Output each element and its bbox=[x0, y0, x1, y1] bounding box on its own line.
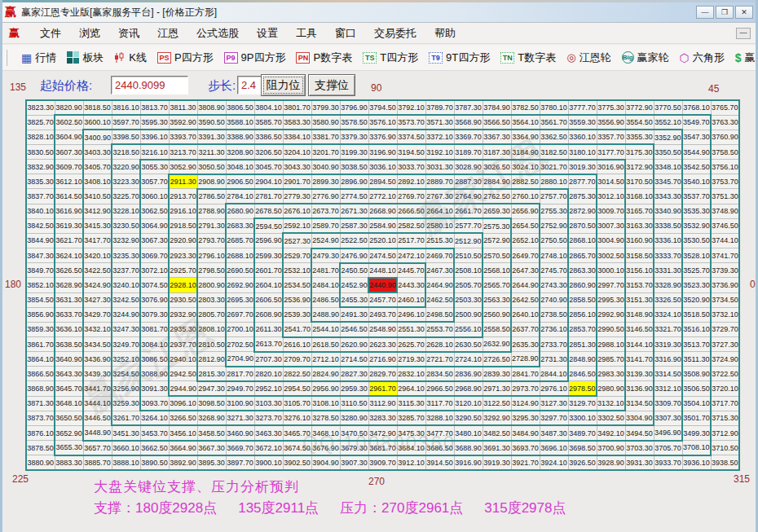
gann-cell[interactable]: 2690.50 bbox=[226, 263, 254, 278]
gann-cell[interactable]: 2851.30 bbox=[568, 337, 597, 352]
gann-cell[interactable]: 3024.10 bbox=[511, 160, 540, 174]
gann-cell[interactable]: 3038.50 bbox=[340, 160, 368, 174]
gann-cell[interactable]: 3016.90 bbox=[597, 160, 625, 174]
menu-gann[interactable]: 江恩 bbox=[148, 24, 187, 43]
gann-cell[interactable]: 3482.50 bbox=[483, 425, 511, 440]
gann-cell[interactable]: 3592.90 bbox=[169, 115, 197, 130]
gann-cell[interactable]: 3844.90 bbox=[26, 233, 55, 248]
gann-cell[interactable]: 3693.70 bbox=[511, 441, 540, 455]
gann-cell[interactable]: 2460.10 bbox=[397, 292, 425, 307]
gann-cell-key-level[interactable]: 2928.10 bbox=[169, 278, 197, 292]
gann-cell[interactable]: 3782.50 bbox=[511, 100, 540, 115]
gann-cell[interactable]: 2786.50 bbox=[197, 189, 226, 204]
gann-cell[interactable]: 3316.90 bbox=[654, 352, 682, 367]
gann-cell[interactable]: 3360.10 bbox=[568, 130, 597, 144]
gann-cell[interactable]: 2949.70 bbox=[226, 381, 254, 396]
gann-cell[interactable]: 3019.30 bbox=[568, 160, 597, 174]
gann-cell[interactable]: 3540.10 bbox=[682, 174, 711, 189]
gann-cell[interactable]: 3324.10 bbox=[654, 307, 682, 322]
gann-cell[interactable]: 2484.10 bbox=[311, 278, 340, 292]
gann-cell[interactable]: 3787.30 bbox=[454, 100, 483, 115]
gann-cell[interactable]: 3451.30 bbox=[112, 425, 140, 440]
gann-cell[interactable]: 3002.50 bbox=[597, 248, 625, 263]
gann-cell[interactable]: 3775.30 bbox=[597, 100, 625, 115]
gann-cell[interactable]: 2512.90 bbox=[454, 233, 483, 248]
gann-cell[interactable]: 3672.10 bbox=[254, 441, 283, 455]
gann-cell[interactable]: 3544.90 bbox=[682, 144, 711, 159]
maximize-button[interactable]: ❐ bbox=[716, 6, 734, 19]
gann-cell[interactable]: 2589.70 bbox=[311, 218, 340, 233]
gann-cell[interactable]: 3904.90 bbox=[311, 455, 340, 470]
gann-cell[interactable]: 2666.50 bbox=[397, 204, 425, 218]
gann-cell[interactable]: 3031.30 bbox=[425, 160, 454, 174]
gann-cell[interactable]: 3093.70 bbox=[140, 396, 169, 411]
gann-cell[interactable]: 3919.30 bbox=[483, 455, 511, 470]
gann-cell[interactable]: 3412.90 bbox=[83, 204, 112, 218]
gann-cell[interactable]: 3508.90 bbox=[682, 367, 711, 381]
menu-window[interactable]: 窗口 bbox=[326, 24, 365, 43]
gann-cell[interactable]: 3938.50 bbox=[711, 455, 739, 470]
gann-cell[interactable]: 2983.30 bbox=[597, 367, 625, 381]
gann-cell[interactable]: 3559.30 bbox=[568, 115, 597, 130]
gann-cell[interactable]: 2503.30 bbox=[454, 292, 483, 307]
gann-cell[interactable]: 2889.70 bbox=[425, 174, 454, 189]
gann-cell[interactable]: 2498.50 bbox=[425, 307, 454, 322]
gann-cell[interactable]: 2479.30 bbox=[311, 248, 340, 263]
gann-cell[interactable]: 3777.70 bbox=[568, 100, 597, 115]
gann-cell[interactable]: 2750.50 bbox=[540, 233, 568, 248]
gann-cell[interactable]: 3820.90 bbox=[55, 100, 83, 115]
gann-cell[interactable]: 3439.30 bbox=[83, 367, 112, 381]
gann-cell[interactable]: 2632.90 bbox=[483, 337, 511, 352]
gann-cell[interactable]: 3640.90 bbox=[55, 352, 83, 367]
gann-cell[interactable]: 2988.10 bbox=[597, 337, 625, 352]
gann-cell[interactable]: 2524.90 bbox=[311, 233, 340, 248]
gann-cell[interactable]: 3859.30 bbox=[26, 322, 55, 336]
gann-cell[interactable]: 3489.70 bbox=[568, 425, 597, 440]
gann-cell[interactable]: 3292.90 bbox=[483, 411, 511, 425]
gann-cell[interactable]: 3357.70 bbox=[597, 130, 625, 144]
gann-cell[interactable]: 2877.70 bbox=[568, 174, 597, 189]
gann-cell[interactable]: 3890.50 bbox=[140, 455, 169, 470]
menu-formula-stock-pick[interactable]: 公式选股 bbox=[187, 24, 248, 43]
gann-cell[interactable]: 2520.10 bbox=[368, 233, 397, 248]
gann-cell[interactable]: 3564.10 bbox=[511, 115, 540, 130]
gann-cell[interactable]: 2488.90 bbox=[311, 307, 340, 322]
gann-cell[interactable]: 3523.30 bbox=[682, 278, 711, 292]
gann-cell[interactable]: 3242.50 bbox=[112, 292, 140, 307]
gann-cell[interactable]: 3832.90 bbox=[26, 160, 55, 174]
gann-cell[interactable]: 2551.30 bbox=[397, 322, 425, 336]
gann-cell[interactable]: 3698.50 bbox=[568, 441, 597, 455]
gann-cell[interactable]: 3199.30 bbox=[340, 144, 368, 159]
gann-cell[interactable]: 3374.50 bbox=[397, 130, 425, 144]
gann-cell[interactable]: 3309.70 bbox=[654, 396, 682, 411]
gann-cell[interactable]: 2829.70 bbox=[368, 367, 397, 381]
gann-cell[interactable]: 3477.70 bbox=[425, 425, 454, 440]
gann-cell[interactable]: 3122.50 bbox=[483, 396, 511, 411]
gann-cell[interactable]: 3525.70 bbox=[682, 263, 711, 278]
gann-cell[interactable]: 3448.90 bbox=[83, 425, 112, 440]
gann-cell[interactable]: 3168.10 bbox=[625, 189, 654, 204]
gann-cell[interactable]: 2779.30 bbox=[283, 189, 311, 204]
gann-cell[interactable]: 3756.10 bbox=[711, 160, 739, 174]
gann-cell[interactable]: 3852.10 bbox=[26, 278, 55, 292]
gann-cell[interactable]: 2637.70 bbox=[511, 322, 540, 336]
gann-cell[interactable]: 2726.50 bbox=[483, 352, 511, 367]
gann-cell[interactable]: 3729.70 bbox=[711, 322, 739, 336]
gann-cell[interactable]: 3420.10 bbox=[83, 248, 112, 263]
gann-cell[interactable]: 3600.10 bbox=[83, 115, 112, 130]
gann-cell[interactable]: 2920.90 bbox=[169, 233, 197, 248]
gann-cell[interactable]: 2997.70 bbox=[597, 278, 625, 292]
gann-cell[interactable]: 3883.30 bbox=[55, 455, 83, 470]
gann-cell[interactable]: 2796.10 bbox=[197, 248, 226, 263]
gann-cell[interactable]: 3088.90 bbox=[140, 367, 169, 381]
gann-cell[interactable]: 3513.70 bbox=[682, 337, 711, 352]
gann-cell[interactable]: 2892.10 bbox=[397, 174, 425, 189]
gann-cell[interactable]: 3081.70 bbox=[140, 322, 169, 336]
gann-cell[interactable]: 3288.10 bbox=[425, 411, 454, 425]
toolbar-9t-square[interactable]: T9 9T四方形 bbox=[429, 51, 490, 65]
gann-cell[interactable]: 3674.50 bbox=[283, 441, 311, 455]
gann-cell[interactable]: 2971.30 bbox=[483, 381, 511, 396]
gann-cell[interactable]: 3072.10 bbox=[140, 263, 169, 278]
gann-cell[interactable]: 2827.30 bbox=[340, 367, 368, 381]
gann-cell[interactable]: 3897.70 bbox=[226, 455, 254, 470]
